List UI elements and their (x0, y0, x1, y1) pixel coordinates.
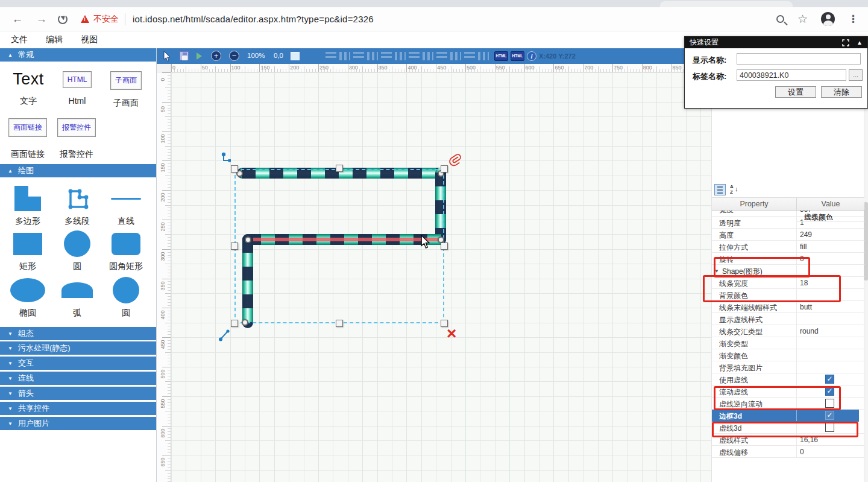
reload-icon[interactable] (58, 14, 68, 24)
property-row[interactable]: 背景填充图片 (712, 361, 864, 373)
property-row[interactable]: 显示虚线样式 (712, 313, 864, 325)
draw-item-ellipse[interactable]: 椭圆 (3, 276, 52, 319)
bookmark-star-icon[interactable] (797, 12, 808, 26)
tag-name-input[interactable] (737, 69, 846, 81)
draw-item-polygon[interactable]: 多边形 (3, 185, 52, 227)
back-icon[interactable] (10, 11, 25, 27)
browser-tab[interactable] (660, 1, 793, 7)
property-row[interactable]: 流动虚线 (712, 385, 864, 398)
property-row[interactable]: 渐变类型 (712, 337, 864, 349)
toolbar-align-icon-disabled[interactable] (423, 52, 433, 60)
palette-item-alarm-control[interactable]: 报警控件 报警控件 (55, 118, 98, 160)
url-text[interactable]: iot.idosp.net/html/scada/editor.aspx.htm… (133, 14, 374, 24)
checkbox[interactable] (825, 411, 834, 420)
resize-handle-e[interactable] (441, 243, 448, 250)
property-row[interactable]: Shape(图形) (712, 265, 864, 277)
section-drawing[interactable]: 绘图 (0, 164, 156, 177)
property-row[interactable]: 边框3d (712, 410, 859, 422)
draw-item-rounded-rect[interactable]: 圆角矩形 (101, 230, 151, 272)
toolbar-align-icon-disabled[interactable] (409, 52, 420, 60)
palette-item-subscreen[interactable]: 子画面 子画面 (107, 71, 145, 109)
menu-file[interactable]: 文件 (11, 34, 28, 45)
run-preview-icon[interactable] (197, 52, 202, 60)
checkbox[interactable] (825, 399, 834, 408)
edit-points-icon[interactable] (219, 151, 234, 165)
checkbox[interactable] (825, 423, 834, 432)
resize-handle-n[interactable] (336, 165, 343, 172)
set-button[interactable]: 设置 (775, 86, 816, 98)
property-row[interactable]: 旋转0 (712, 253, 864, 265)
save-icon[interactable] (180, 51, 189, 60)
property-column-header[interactable]: Property (712, 200, 796, 208)
browser-menu-icon[interactable] (848, 13, 858, 25)
section-sewage-static[interactable]: 污水处理(静态) (0, 341, 156, 355)
property-row[interactable]: 线条交汇类型round (712, 325, 864, 337)
section-arrows[interactable]: 箭头 (0, 387, 156, 400)
dock-icon[interactable] (842, 39, 849, 46)
toolbar-align-icon-disabled[interactable] (381, 52, 392, 60)
palette-item-html[interactable]: HTML Html (58, 71, 96, 106)
pipe-vertex-handle[interactable] (242, 319, 248, 326)
section-interaction[interactable]: 交互 (0, 357, 156, 370)
zoom-out-icon[interactable]: − (229, 51, 239, 61)
collapse-triangle-icon[interactable]: ▲ (857, 39, 863, 46)
info-icon[interactable]: i (527, 51, 536, 61)
canvas-settings-icon[interactable] (291, 52, 300, 60)
html-export-icon[interactable]: HTML (494, 51, 508, 61)
toolbar-align-icon-disabled[interactable] (450, 52, 461, 60)
resize-handle-s[interactable] (336, 320, 343, 327)
resize-handle-nw[interactable] (231, 165, 238, 173)
property-row[interactable]: 虚线偏移0 (712, 446, 864, 458)
property-scrollbar[interactable] (864, 48, 868, 482)
browse-button[interactable]: ... (849, 69, 863, 81)
toolbar-align-icon-disabled[interactable] (353, 52, 364, 60)
draw-item-circle[interactable]: 圆 (52, 230, 102, 272)
sort-alphabetical-icon[interactable] (729, 184, 741, 195)
delete-icon[interactable]: × (447, 327, 456, 340)
pointer-tool-icon[interactable] (163, 51, 171, 62)
toolbar-align-icon-disabled[interactable] (367, 52, 378, 60)
section-configuration[interactable]: 组态 (0, 327, 156, 340)
palette-item-text[interactable]: Text 文字 (7, 70, 49, 107)
menu-view[interactable]: 视图 (81, 34, 98, 45)
toolbar-align-icon-disabled[interactable] (436, 52, 447, 60)
address-bar[interactable]: 不安全 iot.idosp.net/html/scada/editor.aspx… (81, 10, 763, 28)
resize-handle-w[interactable] (231, 243, 238, 250)
draw-item-polyline[interactable]: 多线段 (52, 185, 102, 227)
html-export-icon-2[interactable]: HTML (511, 51, 524, 61)
palette-item-screen-link[interactable]: 画面链接 画面链接 (7, 118, 48, 160)
property-row[interactable]: 线条宽度18 (712, 277, 864, 289)
value-column-header[interactable]: Value (797, 200, 864, 208)
property-row[interactable]: 高度249 (712, 229, 864, 241)
draw-item-line[interactable]: 直线 (101, 185, 151, 227)
attach-tag-icon[interactable] (447, 152, 462, 168)
property-row[interactable]: 虚线逆向流动 (712, 398, 864, 410)
zoom-in-icon[interactable]: + (211, 51, 221, 61)
edit-line-icon[interactable] (217, 328, 233, 343)
property-row[interactable]: 线条末端线帽样式butt (712, 301, 864, 313)
pipe-vertex-handle[interactable] (245, 236, 251, 243)
clear-button[interactable]: 清除 (821, 86, 862, 98)
quick-settings-header[interactable]: 快速设置 ▲ (685, 37, 867, 48)
toolbar-align-icon-disabled[interactable] (339, 52, 350, 60)
categorized-view-icon[interactable] (714, 184, 726, 195)
property-row[interactable]: 拉伸方式fill (712, 241, 864, 253)
section-connectors[interactable]: 连线 (0, 372, 156, 385)
section-general[interactable]: 常规 (0, 48, 156, 62)
property-row[interactable]: 渐变颜色 (712, 349, 864, 361)
forward-icon[interactable] (34, 11, 49, 27)
profile-avatar[interactable] (821, 12, 835, 26)
property-row[interactable]: 使用虚线 (712, 373, 864, 385)
checkbox[interactable] (825, 375, 834, 384)
toolbar-align-icon-disabled[interactable] (478, 52, 489, 60)
toolbar-align-icon-disabled[interactable] (326, 52, 336, 60)
draw-item-arc[interactable]: 弧 (52, 276, 102, 319)
draw-item-circle2[interactable]: 圆 (101, 276, 151, 319)
checkbox[interactable] (825, 387, 834, 396)
property-row[interactable]: 虚线颜色 (797, 211, 864, 222)
property-row[interactable]: 虚线样式16,16 (712, 434, 864, 446)
display-name-input[interactable] (737, 53, 861, 65)
property-row[interactable]: 虚线3d (712, 422, 864, 434)
draw-item-rect[interactable]: 矩形 (3, 230, 52, 272)
section-shared-controls[interactable]: 共享控件 (0, 402, 156, 415)
